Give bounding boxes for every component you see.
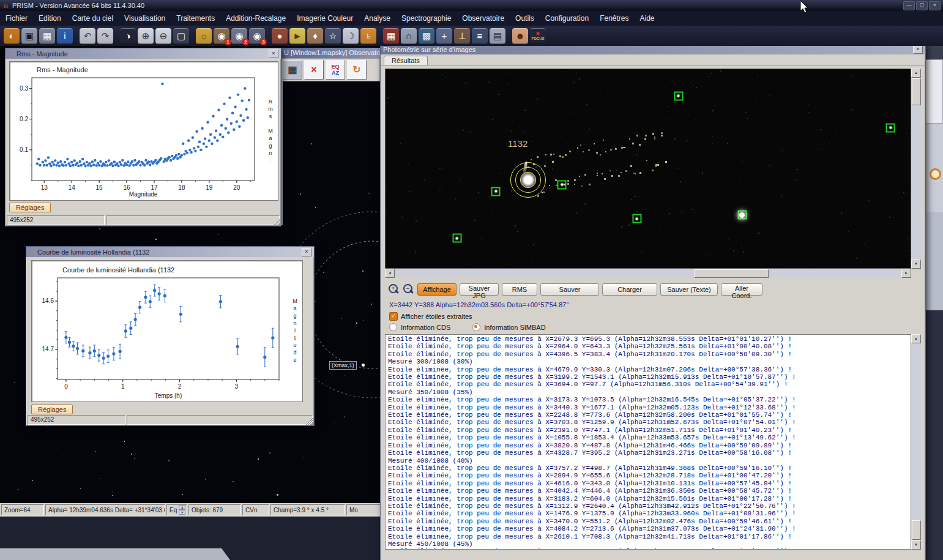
close-icon[interactable]: × [913, 45, 923, 54]
menu-imagerie-couleur[interactable]: Imagerie Couleur [291, 11, 359, 26]
camera-three-icon[interactable]: ◉3 [249, 28, 265, 44]
reticle-icon[interactable]: ▦ [283, 60, 302, 80]
zoom-out-icon[interactable]: − [403, 283, 414, 296]
zoom-out-icon[interactable]: ⊖ [155, 28, 171, 44]
menu-edition[interactable]: Edition [33, 11, 67, 26]
menu-spectrographie[interactable]: Spectrographie [396, 11, 457, 26]
log-vertical-scrollbar[interactable]: ▲ ▼ [911, 334, 921, 550]
menu-fichier[interactable]: Fichier [0, 11, 33, 26]
menu-aide[interactable]: Aide [635, 11, 660, 26]
focus-assistant-icon[interactable]: ★FOCUS [530, 28, 546, 44]
control-panel-icon[interactable]: ≡ [472, 28, 488, 44]
eq-spinner[interactable]: ▲▼ [179, 505, 185, 515]
docked-tool-icon[interactable] [930, 168, 941, 180]
image-vertical-scrollbar[interactable]: ▲ ▼ [911, 69, 921, 269]
camera-one-icon[interactable]: ◉1 [214, 28, 229, 44]
scroll-down-icon[interactable]: ▼ [911, 259, 921, 269]
photometry-button-sauver-jpg[interactable]: Sauver JPG [460, 283, 499, 296]
center-cross-icon[interactable]: × [304, 60, 324, 80]
flip-vertical-icon[interactable]: ↷ [97, 28, 113, 44]
sky-map-icon[interactable]: ▩ [419, 28, 434, 44]
zoom-in-icon[interactable]: ⊕ [138, 28, 154, 44]
app-titlebar[interactable]: ☼ PRISM - Version Avancée 64 bits 11.4.3… [0, 0, 943, 11]
scroll-up-icon[interactable]: ▲ [911, 334, 921, 343]
photometry-button-charger[interactable]: Charger [602, 283, 657, 296]
information-cds-radio[interactable] [389, 323, 397, 331]
minimize-button[interactable]: — [903, 1, 915, 10]
star-marker-box[interactable] [491, 187, 501, 196]
noise-pixel [813, 130, 814, 131]
star-marker-box[interactable] [886, 123, 895, 132]
user-profile-icon[interactable]: ☻ [512, 28, 528, 44]
filter-wheel-icon[interactable]: ● [272, 28, 288, 44]
photometry-button-affichage[interactable]: Affichage [417, 283, 457, 296]
bottom-scroll-strip[interactable] [0, 548, 380, 560]
camera-two-icon[interactable]: ◉2 [231, 28, 247, 44]
star-marker-box[interactable] [452, 234, 461, 243]
flashlight-icon[interactable]: ► [289, 28, 305, 44]
information-simbad-radio[interactable] [472, 323, 480, 331]
scroll-down-icon[interactable]: ▼ [911, 540, 921, 550]
negative-icon[interactable]: ◑ [120, 28, 136, 44]
close-icon[interactable]: × [269, 50, 278, 58]
ccd-control-icon[interactable]: ▦ [383, 28, 399, 44]
menu-addition-recalage[interactable]: Addition-Recalage [220, 11, 291, 26]
toolbox-icon[interactable]: ⊥ [454, 28, 470, 44]
lightcurve-reglages-button[interactable]: Réglages [31, 405, 73, 414]
save-icon[interactable]: ▣ [21, 28, 37, 44]
close-icon[interactable]: × [302, 248, 311, 256]
photometry-button-sauver[interactable]: Sauver [540, 283, 599, 296]
rms-reglages-button[interactable]: Réglages [9, 203, 51, 212]
menu-observatoire[interactable]: Observatoire [457, 11, 510, 26]
copy-window-icon[interactable]: ▦ [39, 28, 55, 44]
scroll-right-icon[interactable]: ► [901, 269, 911, 278]
gear-wheel-icon[interactable]: ☼ [196, 28, 212, 44]
menu-outils[interactable]: Outils [510, 11, 540, 26]
svg-text:Magnitude: Magnitude [129, 191, 158, 198]
show-extracted-stars-checkbox[interactable]: ✓ [389, 312, 398, 321]
zoom-in-icon[interactable]: + [388, 283, 399, 296]
tab-resultats[interactable]: Résultats [384, 56, 428, 65]
dome-icon[interactable]: ∩ [401, 28, 417, 44]
photometry-image[interactable]: 1132 [385, 69, 911, 269]
sky-chart-window-title[interactable]: U [Window1.mapsky] Observato [280, 48, 380, 58]
star-marker-box[interactable] [557, 180, 567, 189]
resize-grip[interactable] [273, 218, 280, 225]
star-marker-box[interactable] [632, 214, 641, 223]
photometry-button-aller-coord[interactable]: Aller Coord. [721, 283, 762, 296]
menu-analyse[interactable]: Analyse [359, 11, 396, 26]
menu-carte-du-ciel[interactable]: Carte du ciel [67, 11, 119, 26]
photometry-button-rms[interactable]: RMS [502, 283, 537, 296]
snapshot-icon[interactable]: ▢ [173, 28, 189, 44]
spectroscope-icon[interactable]: ♦ [307, 28, 323, 44]
noise-pixel [888, 71, 889, 72]
info-icon[interactable]: i [57, 28, 73, 44]
moon-phase-icon[interactable]: ☽ [343, 28, 359, 44]
menu-visualisation[interactable]: Visualisation [119, 11, 171, 26]
noise-pixel [677, 102, 677, 103]
eq-az-toggle-icon[interactable]: EQAZ [326, 60, 345, 80]
scroll-up-icon[interactable]: ▲ [911, 69, 921, 78]
star-marker-box[interactable] [737, 211, 747, 220]
measurement-log[interactable]: Etoile éliminée, trop peu de mesures à X… [385, 334, 911, 550]
saturn-icon[interactable]: ♄ [360, 28, 376, 44]
refresh-icon[interactable]: ↻ [347, 60, 367, 80]
maximize-button[interactable]: □ [916, 1, 928, 10]
scroll-left-icon[interactable]: ◄ [385, 269, 395, 278]
menu-configuration[interactable]: Configuration [540, 11, 594, 26]
joystick-icon[interactable]: + [436, 28, 452, 44]
star-marker-box[interactable] [674, 91, 683, 100]
resize-grip[interactable] [306, 417, 313, 425]
menu-traitements[interactable]: Traitements [171, 11, 220, 26]
lightcurve-window-titlebar[interactable]: ☼ Courbe de luminosité Hollandia (1132 × [26, 247, 314, 257]
adjust-levels-icon[interactable]: ◐ [4, 28, 20, 44]
image-stack-icon[interactable]: ▤ [490, 28, 505, 44]
image-horizontal-scrollbar[interactable]: ◄ ► [385, 269, 911, 278]
autoguider-icon[interactable]: ☆ [325, 28, 341, 44]
trail-dot [581, 185, 583, 187]
close-button[interactable]: × [929, 1, 941, 10]
menu-fen-tres[interactable]: Fenêtres [594, 11, 634, 26]
rms-window-titlebar[interactable]: ☼ Rms - Magnitude × [6, 48, 281, 59]
flip-horizontal-icon[interactable]: ↶ [80, 28, 95, 44]
photometry-button-sauver-texte[interactable]: Sauver (Texte) [660, 283, 718, 296]
